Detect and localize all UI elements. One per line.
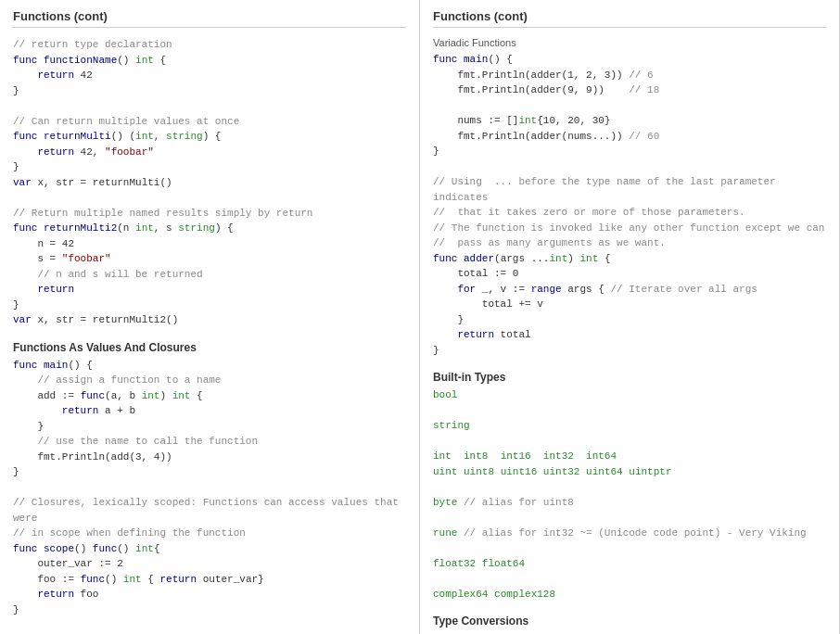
right-panel: Functions (cont) Variadic Functions func…	[420, 0, 840, 634]
section-title-builtin: Built-in Types	[433, 371, 826, 384]
left-closures-code: func main() { // assign a function to a …	[13, 358, 406, 635]
section-title-closures: Functions As Values And Closures	[13, 341, 406, 354]
section-title-typeconv: Type Conversions	[433, 615, 826, 628]
left-code-block: // return type declaration func function…	[13, 37, 406, 328]
variadic-label: Variadic Functions	[433, 37, 826, 48]
left-panel: Functions (cont) // return type declarat…	[0, 0, 420, 634]
right-panel-title: Functions (cont)	[433, 9, 826, 28]
left-panel-title: Functions (cont)	[13, 9, 406, 28]
right-builtin-code: bool string int int8 int16 int32 int64 u…	[433, 387, 826, 602]
right-variadic-code: func main() { fmt.Println(adder(1, 2, 3)…	[433, 52, 826, 358]
